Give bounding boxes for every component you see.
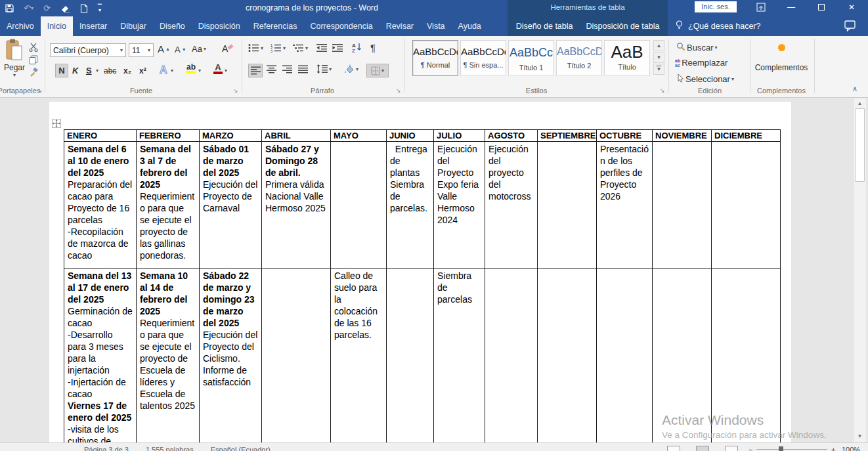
- justify-button[interactable]: [298, 65, 308, 74]
- eraser-icon[interactable]: [60, 4, 70, 12]
- line-spacing-button[interactable]: ▾: [316, 64, 332, 74]
- word-count[interactable]: 1.555 palabras: [146, 446, 194, 451]
- undo-icon[interactable]: ↶▾: [24, 4, 33, 12]
- table-cell[interactable]: Presentación de los perfiles de Proyecto…: [597, 142, 653, 268]
- table-cell[interactable]: [387, 268, 434, 443]
- font-color-dropdown-icon[interactable]: ▾: [225, 68, 227, 74]
- font-family-select[interactable]: Calibri (Cuerpo)▾: [50, 43, 126, 57]
- style-card-titulo[interactable]: AaBTítulo: [604, 40, 650, 76]
- table-cell[interactable]: Semana del 3 al 7 de febrero del 2025Req…: [137, 142, 200, 268]
- font-dialog-launcher-icon[interactable]: ↘: [233, 88, 240, 95]
- tab-ayuda[interactable]: Ayuda: [452, 16, 488, 36]
- font-color-button[interactable]: A: [213, 63, 223, 77]
- save-icon[interactable]: [5, 4, 14, 12]
- replace-button[interactable]: abacReemplazar: [675, 58, 727, 68]
- collapse-ribbon-icon[interactable]: ∧: [852, 85, 857, 93]
- copy-icon[interactable]: [29, 55, 38, 64]
- text-effects-button[interactable]: A: [160, 63, 167, 77]
- decrease-indent-button[interactable]: [316, 43, 327, 53]
- clear-formatting-button[interactable]: A: [222, 43, 234, 53]
- sort-button[interactable]: AZ: [352, 42, 363, 53]
- format-painter-icon[interactable]: [29, 68, 38, 77]
- underline-button[interactable]: S: [86, 64, 92, 77]
- multilevel-list-button[interactable]: ▾: [293, 43, 308, 53]
- zoom-out-icon[interactable]: −: [749, 446, 752, 451]
- redo-icon[interactable]: ⟳: [43, 4, 51, 12]
- table-cell[interactable]: Sábado 22 de marzo y domingo 23 de marzo…: [200, 268, 262, 443]
- table-cell[interactable]: [538, 142, 597, 268]
- styles-more-icon[interactable]: ▼: [653, 64, 664, 75]
- table-cell[interactable]: Sábado 01 de marzo del 2025Ejecución del…: [200, 142, 262, 268]
- table-cell[interactable]: Entrega de plantas Siembra de parcelas.: [387, 142, 434, 268]
- font-size-select[interactable]: 11▾: [129, 43, 154, 57]
- bullets-button[interactable]: ▾: [248, 43, 263, 53]
- paragraph-dialog-launcher-icon[interactable]: ↘: [396, 88, 402, 95]
- style-card-titulo-1[interactable]: AaBbCcTítulo 1: [508, 40, 554, 76]
- grow-font-button[interactable]: A▲: [158, 43, 170, 54]
- underline-dropdown-icon[interactable]: ▾: [96, 68, 98, 74]
- subscript-button[interactable]: x₂: [123, 64, 131, 77]
- table-cell[interactable]: Semana del 6 al 10 de enero del 2025Prep…: [64, 142, 137, 268]
- highlight-dropdown-icon[interactable]: ▾: [198, 68, 201, 74]
- month-header-agosto[interactable]: AGOSTO: [485, 130, 538, 142]
- align-right-button[interactable]: [282, 65, 292, 74]
- scroll-down-icon[interactable]: ▼: [855, 432, 865, 440]
- table-cell[interactable]: Siembra de parcelas: [434, 268, 485, 443]
- table-cell[interactable]: [712, 268, 781, 443]
- addins-button[interactable]: Complementos: [752, 44, 810, 72]
- style-card-sin-espaciado[interactable]: AaBbCcDc¶ Sin espa...: [460, 40, 506, 76]
- comments-icon[interactable]: [844, 20, 856, 34]
- tab-correspondencia[interactable]: Correspondencia: [303, 16, 379, 36]
- month-header-mayo[interactable]: MAYO: [331, 130, 387, 142]
- tell-me-box[interactable]: ¿Qué desea hacer?: [675, 16, 761, 36]
- superscript-button[interactable]: x²: [139, 64, 146, 77]
- table-cell[interactable]: [485, 268, 538, 443]
- select-button[interactable]: Seleccionar▾: [676, 74, 734, 85]
- zoom-slider[interactable]: [756, 449, 827, 450]
- new-document-icon[interactable]: [80, 4, 88, 13]
- month-header-junio[interactable]: JUNIO: [387, 130, 434, 142]
- zoom-slider-thumb[interactable]: [779, 446, 783, 451]
- month-header-febrero[interactable]: FEBRERO: [137, 130, 200, 142]
- table-cell[interactable]: Calleo de suelo para la colocación de la…: [331, 268, 387, 443]
- minimize-button[interactable]: —: [781, 0, 801, 14]
- tab-vista[interactable]: Vista: [420, 16, 452, 36]
- close-button[interactable]: ✕: [842, 0, 861, 14]
- web-layout-icon[interactable]: [725, 446, 738, 451]
- ribbon-display-options-icon[interactable]: [751, 0, 771, 14]
- month-header-abril[interactable]: ABRIL: [262, 130, 331, 142]
- tab-dibujar[interactable]: Dibujar: [114, 16, 153, 36]
- tab-disposicion-de-tabla[interactable]: Disposición de tabla: [580, 16, 666, 36]
- print-layout-icon[interactable]: [696, 446, 709, 451]
- table-cell[interactable]: Semana del 13 al 17 de enero del 2025Ger…: [64, 268, 137, 443]
- increase-indent-button[interactable]: [332, 43, 343, 53]
- table-cell[interactable]: Sábado 27 y Domingo 28 de abril.Primera …: [262, 142, 331, 268]
- change-case-button[interactable]: Aa▾: [192, 44, 206, 54]
- month-header-julio[interactable]: JULIO: [434, 130, 485, 142]
- customize-qat-icon[interactable]: ▔▾: [98, 5, 102, 12]
- zoom-in-icon[interactable]: +: [831, 446, 835, 451]
- sign-in-button[interactable]: Inic. ses.: [695, 1, 737, 12]
- tab-disposicion[interactable]: Disposición: [192, 16, 247, 36]
- bold-button[interactable]: N: [55, 64, 68, 77]
- style-card-titulo-2[interactable]: AaBbCcDTítulo 2: [556, 40, 602, 76]
- maximize-button[interactable]: [812, 0, 831, 14]
- tab-archivo[interactable]: Archivo: [0, 16, 41, 36]
- table-cell[interactable]: [262, 268, 331, 443]
- tab-revisar[interactable]: Revisar: [380, 16, 420, 36]
- italic-button[interactable]: K: [72, 64, 78, 77]
- styles-scroll-up-icon[interactable]: ▲: [653, 40, 664, 51]
- month-header-noviembre[interactable]: NOVIEMBRE: [653, 130, 712, 142]
- table-cell[interactable]: Semana 10 al 14 de febrero del 2025Reque…: [137, 268, 200, 443]
- table-move-handle-icon[interactable]: [52, 119, 61, 128]
- table-cell[interactable]: Ejecución del Proyecto Expo feria Valle …: [434, 142, 485, 268]
- table-cell[interactable]: [331, 142, 387, 268]
- language-indicator[interactable]: Español (Ecuador): [211, 446, 271, 451]
- table-cell[interactable]: [712, 142, 781, 268]
- clipboard-dialog-launcher-icon[interactable]: ↘: [37, 88, 44, 95]
- month-header-septiembre[interactable]: SEPTIEMBRE: [538, 130, 597, 142]
- highlight-button[interactable]: ab: [186, 63, 196, 77]
- shading-button[interactable]: ▾: [344, 64, 358, 74]
- table-cell[interactable]: [653, 142, 712, 268]
- borders-button[interactable]: ▾: [366, 64, 389, 77]
